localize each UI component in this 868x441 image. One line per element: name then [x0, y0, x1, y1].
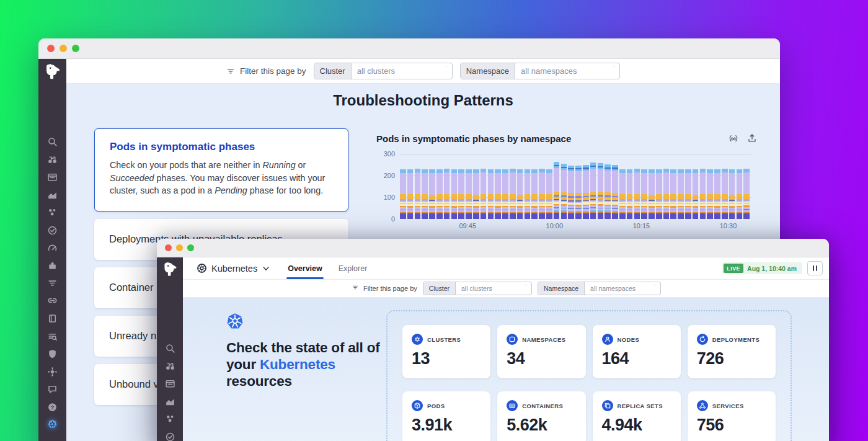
- chart-bar[interactable]: [458, 169, 464, 219]
- cluster-select[interactable]: Cluster all clusters: [314, 63, 453, 79]
- chart-bar[interactable]: [495, 169, 501, 219]
- stat-card-nodes[interactable]: NODES164: [593, 325, 681, 378]
- chart-bar[interactable]: [517, 169, 523, 219]
- chart-bar[interactable]: [663, 169, 670, 219]
- stat-card-namespaces[interactable]: NAMESPACES34: [497, 325, 585, 378]
- chart-bar[interactable]: [634, 169, 640, 219]
- chart-bar[interactable]: [656, 169, 662, 219]
- chart-bar[interactable]: [598, 163, 604, 219]
- tab-overview[interactable]: Overview: [288, 257, 322, 279]
- chart-bar[interactable]: [619, 169, 626, 219]
- live-time-pill[interactable]: LIVE Aug 1, 10:40 am: [722, 262, 802, 274]
- sidebar-item-network-icon[interactable]: [47, 367, 58, 377]
- tab-explorer[interactable]: Explorer: [339, 257, 368, 279]
- chart-bar[interactable]: [700, 169, 706, 219]
- chart-bar[interactable]: [707, 169, 713, 219]
- window-titlebar[interactable]: [157, 239, 829, 257]
- chart-bar[interactable]: [531, 169, 538, 219]
- close-window-button[interactable]: [165, 244, 172, 251]
- export-icon[interactable]: [747, 133, 757, 143]
- live-mode-icon[interactable]: [728, 133, 738, 143]
- namespace-select[interactable]: Namespace all namespaces: [538, 282, 661, 295]
- chart-bar[interactable]: [407, 169, 414, 219]
- chart-bar[interactable]: [678, 169, 684, 219]
- sidebar-item-binoculars-icon[interactable]: [47, 154, 58, 165]
- stat-card-pods[interactable]: PODS3.91k: [402, 391, 490, 441]
- sidebar-item-apm-icon[interactable]: [165, 432, 175, 441]
- chart-bar[interactable]: [436, 169, 443, 219]
- stat-card-deployments[interactable]: DEPLOYMENTS726: [688, 325, 776, 378]
- namespace-select[interactable]: Namespace all namespaces: [460, 63, 620, 79]
- chart-bar[interactable]: [604, 164, 611, 219]
- sidebar-item-dashboard-icon[interactable]: [47, 172, 58, 182]
- stat-card-clusters[interactable]: CLUSTERS13: [402, 325, 490, 378]
- chart-bar[interactable]: [590, 163, 596, 219]
- close-window-button[interactable]: [47, 45, 55, 52]
- sidebar-item-security-icon[interactable]: [47, 349, 58, 359]
- datadog-logo[interactable]: [161, 261, 179, 278]
- chart-bar[interactable]: [502, 169, 508, 219]
- chart-bar[interactable]: [473, 169, 479, 219]
- chart-bar[interactable]: [488, 169, 494, 219]
- sidebar-item-notebook-icon[interactable]: [47, 313, 58, 324]
- stat-card-containers[interactable]: CONTAINERS5.62k: [497, 391, 585, 441]
- sidebar-item-gauge-icon[interactable]: [47, 243, 58, 253]
- sidebar-item-binoculars-icon[interactable]: [165, 361, 175, 372]
- chart-bar[interactable]: [510, 169, 516, 219]
- sidebar-item-search-icon[interactable]: [165, 343, 175, 354]
- chart-bar[interactable]: [737, 169, 743, 219]
- datadog-logo[interactable]: [43, 62, 63, 82]
- chart-bar[interactable]: [466, 169, 472, 219]
- chart-bar[interactable]: [670, 169, 676, 219]
- chart-bar[interactable]: [539, 169, 545, 219]
- chart-bar[interactable]: [415, 169, 421, 219]
- chart-bar[interactable]: [641, 169, 647, 219]
- chart-bar[interactable]: [400, 169, 406, 219]
- sidebar-item-infrastructure-icon[interactable]: [47, 207, 58, 218]
- chart-bar[interactable]: [451, 169, 458, 219]
- chart-bar[interactable]: [649, 169, 655, 219]
- minimize-window-button[interactable]: [60, 45, 67, 52]
- sidebar-item-pipelines-icon[interactable]: [47, 278, 58, 288]
- chart-bar[interactable]: [561, 164, 567, 219]
- sidebar-item-integrations-icon[interactable]: [47, 261, 58, 271]
- chart-bar[interactable]: [422, 169, 428, 219]
- cluster-select[interactable]: Cluster all clusters: [423, 282, 532, 295]
- chart-bar[interactable]: [568, 166, 574, 219]
- chart-bar[interactable]: [612, 165, 618, 219]
- stat-card-replica-sets[interactable]: REPLICA SETS4.94k: [593, 391, 681, 441]
- window-titlebar[interactable]: [38, 38, 780, 59]
- sidebar-item-help-icon[interactable]: ?: [47, 402, 58, 412]
- chart-bar[interactable]: [722, 169, 728, 219]
- chart-bar[interactable]: [546, 169, 552, 219]
- chart-bar[interactable]: [729, 169, 735, 219]
- chart-bar[interactable]: [525, 169, 531, 219]
- zoom-window-button[interactable]: [187, 244, 194, 251]
- chart-bar[interactable]: [714, 169, 720, 219]
- pattern-card[interactable]: Pods in symptomatic phasesCheck on your …: [94, 128, 348, 212]
- chart-bar[interactable]: [627, 169, 633, 219]
- sidebar-item-metrics-icon[interactable]: [47, 190, 58, 200]
- sidebar-item-dashboard-icon[interactable]: [165, 378, 175, 389]
- sidebar-item-kubernetes-icon[interactable]: [47, 419, 58, 430]
- sidebar-item-infrastructure-icon[interactable]: [165, 414, 175, 424]
- chart-bar[interactable]: [583, 165, 589, 219]
- chart-bar[interactable]: [685, 169, 691, 219]
- sidebar-item-logs-icon[interactable]: [47, 331, 58, 342]
- sidebar-item-metrics-icon[interactable]: [165, 396, 175, 407]
- kubernetes-nav[interactable]: Kubernetes: [197, 263, 270, 274]
- sidebar-item-apm-icon[interactable]: [47, 225, 58, 236]
- sidebar-item-link-icon[interactable]: [47, 296, 58, 306]
- zoom-window-button[interactable]: [72, 45, 79, 52]
- sidebar-item-search-icon[interactable]: [47, 136, 58, 147]
- chart-bar[interactable]: [554, 162, 560, 219]
- pause-button[interactable]: [807, 261, 823, 275]
- chart-bar[interactable]: [693, 169, 699, 219]
- chart-bar[interactable]: [575, 166, 582, 219]
- minimize-window-button[interactable]: [176, 244, 183, 251]
- sidebar-item-chat-icon[interactable]: [47, 384, 58, 394]
- chart-bar[interactable]: [429, 169, 435, 219]
- stat-card-services[interactable]: SERVICES756: [688, 391, 776, 441]
- chart-bar[interactable]: [444, 169, 450, 219]
- chart-bar[interactable]: [480, 169, 487, 219]
